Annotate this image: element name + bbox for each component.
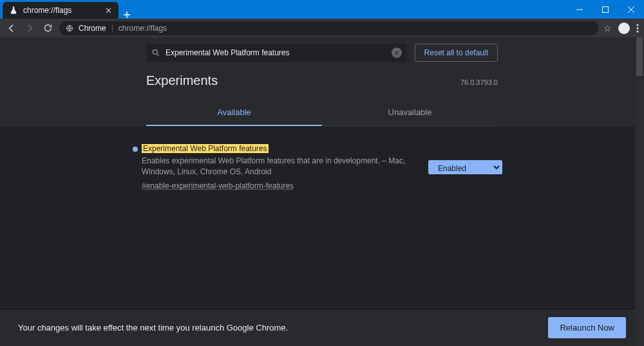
window-maximize-button[interactable] [592, 0, 618, 19]
vertical-scrollbar[interactable] [635, 37, 644, 346]
window-controls [567, 0, 644, 19]
close-icon[interactable]: ✕ [105, 6, 112, 15]
svg-point-5 [153, 50, 157, 54]
reset-all-button[interactable]: Reset all to default [415, 44, 498, 62]
relaunch-message: Your changes will take effect the next t… [18, 323, 288, 332]
flag-state-select[interactable]: DefaultEnabledDisabled [428, 160, 502, 174]
toolbar-right: ☆ [603, 23, 639, 34]
flags-tab-row: Available Unavailable [146, 101, 498, 126]
svg-point-3 [637, 27, 639, 29]
menu-kebab-icon[interactable] [636, 24, 639, 33]
url-text: chrome://flags [118, 24, 167, 33]
modified-dot-icon [133, 147, 138, 152]
reload-button[interactable] [41, 22, 54, 35]
browser-toolbar: Chrome | chrome://flags ☆ [0, 19, 644, 37]
relaunch-button[interactable]: Relaunch Now [548, 317, 626, 338]
search-icon [151, 48, 160, 57]
flag-description: Enables experimental Web Platform featur… [142, 156, 419, 178]
site-chip: Chrome [79, 24, 106, 33]
flag-anchor-link[interactable]: #enable-experimental-web-platform-featur… [142, 181, 294, 190]
flag-title: Experimental Web Platform features [142, 144, 269, 153]
flag-item: Experimental Web Platform features Enabl… [142, 144, 502, 190]
site-info-icon[interactable] [66, 24, 73, 32]
search-input[interactable] [166, 48, 386, 57]
forward-button[interactable] [23, 22, 36, 35]
profile-avatar[interactable] [618, 23, 630, 34]
flags-header-zone: ✕ Reset all to default Experiments 76.0.… [0, 37, 644, 126]
back-button[interactable] [5, 22, 18, 35]
window-titlebar: chrome://flags ✕ [0, 0, 644, 19]
scrollbar-thumb[interactable] [636, 37, 643, 76]
clear-search-icon[interactable]: ✕ [392, 48, 402, 58]
window-close-button[interactable] [618, 0, 644, 19]
bookmark-star-icon[interactable]: ☆ [603, 23, 612, 33]
flags-list: Experimental Web Platform features Enabl… [0, 126, 644, 309]
new-tab-button[interactable] [118, 11, 135, 19]
relaunch-bar: Your changes will take effect the next t… [0, 309, 644, 346]
svg-point-4 [637, 30, 639, 32]
window-minimize-button[interactable] [567, 0, 592, 19]
tab-title: chrome://flags [23, 6, 100, 15]
tab-unavailable[interactable]: Unavailable [322, 101, 498, 125]
page-title: Experiments [146, 73, 218, 88]
chrome-version: 76.0.3793.0 [460, 78, 498, 86]
address-bar[interactable]: Chrome | chrome://flags [59, 21, 598, 35]
flask-icon [9, 6, 18, 15]
flags-search-box[interactable]: ✕ [146, 44, 407, 62]
svg-point-2 [637, 24, 639, 26]
svg-rect-0 [603, 6, 609, 12]
tab-strip: chrome://flags ✕ [0, 0, 135, 19]
page-content: ✕ Reset all to default Experiments 76.0.… [0, 37, 644, 346]
omnibox-separator: | [111, 24, 113, 33]
tab-available[interactable]: Available [146, 101, 322, 126]
browser-tab[interactable]: chrome://flags ✕ [3, 2, 118, 19]
